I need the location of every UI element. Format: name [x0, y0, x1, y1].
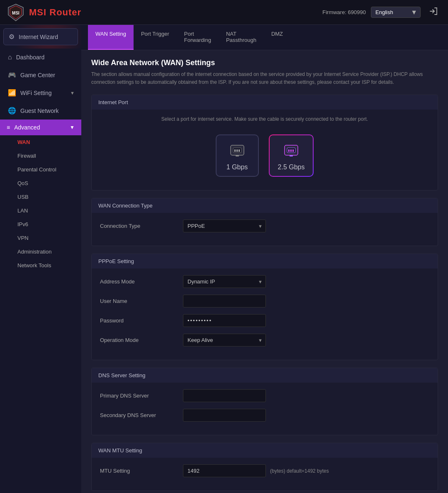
primary-dns-row: Primary DNS Server: [100, 389, 429, 402]
sidebar-item-game-center[interactable]: 🎮 Game Center: [0, 66, 81, 84]
secondary-dns-row: Secondary DNS Server: [100, 409, 429, 422]
dns-server-body: Primary DNS Server Secondary DNS Server: [92, 383, 438, 435]
ethernet-2-5gbps-icon: [281, 140, 301, 160]
mtu-hint: (bytes) default=1492 bytes: [270, 468, 329, 474]
svg-rect-7: [239, 149, 240, 152]
sidebar-submenu-network-tools[interactable]: Network Tools: [0, 259, 81, 272]
port-option-1gbps[interactable]: 1 Gbps: [216, 134, 259, 177]
wan-connection-type-section: WAN Connection Type Connection Type PPPo…: [91, 198, 438, 246]
sidebar-submenu-parental-control[interactable]: Parental Control: [0, 163, 81, 176]
main-content: WAN Setting Port Trigger PortForwarding …: [81, 25, 448, 493]
sidebar-submenu-administration[interactable]: Administration: [0, 245, 81, 259]
svg-rect-6: [236, 149, 238, 152]
operation-mode-row: Operation Mode Keep Alive On Demand Manu…: [100, 334, 429, 347]
header: MSI MSI Router Firmware: 690990 English …: [0, 0, 448, 25]
sidebar-submenu-vpn[interactable]: VPN: [0, 231, 81, 245]
password-input[interactable]: [183, 314, 266, 327]
username-row: User Name: [100, 295, 429, 308]
port-select-hint: Select a port for internet service. Make…: [100, 116, 429, 122]
address-mode-select[interactable]: Dynamic IP Static IP: [183, 275, 266, 288]
sidebar-submenu-ipv6[interactable]: IPv6: [0, 217, 81, 231]
sidebar-submenu-lan[interactable]: LAN: [0, 204, 81, 217]
tab-dmz[interactable]: DMZ: [264, 25, 290, 50]
dns-server-header: DNS Server Setting: [92, 368, 438, 383]
msi-logo-icon: MSI: [7, 3, 25, 22]
secondary-dns-label: Secondary DNS Server: [100, 412, 183, 418]
username-input[interactable]: [183, 295, 266, 308]
svg-rect-8: [236, 155, 239, 156]
primary-dns-label: Primary DNS Server: [100, 393, 183, 399]
sidebar-guest-network-label: Guest Network: [20, 107, 59, 114]
wan-mtu-body: MTU Setting (bytes) default=1492 bytes: [92, 458, 438, 491]
game-center-icon: 🎮: [8, 71, 16, 79]
sidebar-submenu-firewall[interactable]: Firewall: [0, 149, 81, 163]
primary-dns-input[interactable]: [183, 389, 266, 402]
mtu-setting-label: MTU Setting: [100, 468, 183, 474]
sidebar-game-center-label: Game Center: [20, 72, 55, 78]
sidebar-item-dashboard[interactable]: ⌂ Dashboard: [0, 49, 81, 66]
pppoe-setting-section: PPPoE Setting Address Mode Dynamic IP St…: [91, 254, 438, 360]
wan-mtu-header: WAN MTU Setting: [92, 443, 438, 458]
tab-port-trigger[interactable]: Port Trigger: [134, 25, 177, 50]
advanced-chevron-icon: ▼: [70, 124, 75, 130]
operation-mode-select[interactable]: Keep Alive On Demand Manual: [183, 334, 266, 347]
internet-port-section: Internet Port Select a port for internet…: [91, 95, 438, 190]
connection-type-select-wrap[interactable]: PPPoE DHCP Static IP L2TP PPTP ▼: [183, 220, 266, 232]
sidebar-submenu-wan[interactable]: WAN: [0, 135, 81, 149]
mtu-setting-row: MTU Setting (bytes) default=1492 bytes: [100, 464, 429, 477]
svg-rect-5: [234, 149, 236, 152]
sidebar-dashboard-label: Dashboard: [16, 54, 45, 61]
ethernet-1gbps-icon: [227, 140, 247, 160]
port-1gbps-label: 1 Gbps: [226, 164, 248, 171]
logo-area: MSI MSI Router: [7, 3, 322, 22]
connection-type-select[interactable]: PPPoE DHCP Static IP L2TP PPTP: [183, 220, 266, 232]
sidebar-item-guest-network[interactable]: 🌐 Guest Network: [0, 102, 81, 120]
pppoe-setting-header: PPPoE Setting: [92, 254, 438, 268]
main-layout: ⚙ Internet Wizard ⌂ Dashboard 🎮 Game Cen…: [0, 25, 448, 493]
wifi-icon: 📶: [8, 89, 16, 97]
port-options: 1 Gbps: [100, 130, 429, 183]
address-mode-row: Address Mode Dynamic IP Static IP ▼: [100, 275, 429, 288]
tab-nat-passthrough[interactable]: NATPassthrough: [219, 25, 264, 50]
sidebar-submenu-qos[interactable]: QoS: [0, 176, 81, 190]
svg-rect-11: [288, 149, 290, 152]
app-title: MSI Router: [29, 7, 81, 18]
svg-rect-13: [292, 149, 294, 152]
tabs-bar: WAN Setting Port Trigger PortForwarding …: [81, 25, 448, 50]
svg-rect-12: [290, 149, 292, 152]
sidebar-item-wifi-setting[interactable]: 📶 WiFi Setting ▼: [0, 84, 81, 102]
firmware-label: Firmware: 690990: [322, 9, 366, 15]
logout-button[interactable]: [426, 5, 441, 20]
sidebar-item-internet-wizard[interactable]: ⚙ Internet Wizard: [0, 25, 81, 49]
mtu-setting-input[interactable]: [183, 464, 266, 477]
guest-network-icon: 🌐: [8, 107, 16, 115]
internet-port-header: Internet Port: [92, 95, 438, 110]
sidebar-submenu-usb[interactable]: USB: [0, 190, 81, 204]
address-mode-select-wrap[interactable]: Dynamic IP Static IP ▼: [183, 275, 266, 288]
dashboard-icon: ⌂: [8, 54, 12, 61]
tab-port-forwarding[interactable]: PortForwarding: [177, 25, 219, 50]
connection-type-row: Connection Type PPPoE DHCP Static IP L2T…: [100, 220, 429, 232]
dns-server-section: DNS Server Setting Primary DNS Server Se…: [91, 368, 438, 435]
sidebar-advanced-label: Advanced: [14, 124, 40, 131]
sidebar-item-advanced[interactable]: ≡ Advanced ▼: [0, 120, 81, 135]
wifi-chevron-icon: ▼: [70, 90, 75, 95]
password-row: Password: [100, 314, 429, 327]
password-label: Password: [100, 317, 183, 324]
page-description: The section allows manual configuration …: [91, 71, 438, 86]
language-selector[interactable]: English 中文 Español Français Deutsch ▼: [371, 7, 421, 18]
port-option-2-5gbps[interactable]: 2.5 Gbps: [269, 134, 314, 177]
pppoe-setting-body: Address Mode Dynamic IP Static IP ▼ User…: [92, 268, 438, 360]
operation-mode-select-wrap[interactable]: Keep Alive On Demand Manual ▼: [183, 334, 266, 347]
page-title: Wide Area Network (WAN) Settings: [91, 59, 438, 67]
svg-rect-14: [290, 155, 293, 156]
language-dropdown[interactable]: English 中文 Español Français Deutsch: [371, 7, 421, 18]
header-right: Firmware: 690990 English 中文 Español Fran…: [322, 5, 441, 20]
username-label: User Name: [100, 298, 183, 304]
svg-text:MSI: MSI: [12, 11, 19, 15]
secondary-dns-input[interactable]: [183, 409, 266, 422]
wan-mtu-section: WAN MTU Setting MTU Setting (bytes) defa…: [91, 443, 438, 491]
tab-wan-setting[interactable]: WAN Setting: [88, 25, 134, 50]
internet-port-body: Select a port for internet service. Make…: [92, 110, 438, 190]
sidebar: ⚙ Internet Wizard ⌂ Dashboard 🎮 Game Cen…: [0, 25, 81, 493]
